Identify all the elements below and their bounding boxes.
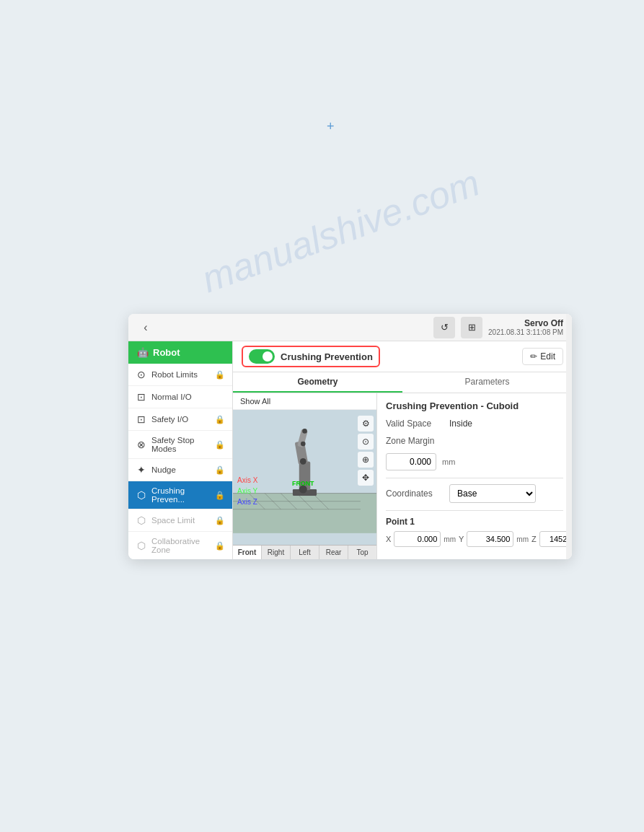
axis-z-label: Axis Z	[237, 496, 257, 507]
z-axis-label: Z	[531, 535, 537, 543]
lock-icon-collaborative-zone: 🔒	[215, 541, 225, 551]
sidebar-label-normal-io: Normal I/O	[151, 393, 225, 401]
valid-space-row: Valid Space Inside	[386, 419, 563, 429]
geometry-panel: Show All	[233, 393, 377, 559]
refresh-icon-button[interactable]: ↺	[433, 317, 455, 338]
coordinates-row: Coordinates Base	[386, 484, 563, 503]
crushing-prevention-icon: ⬡	[136, 489, 147, 501]
sidebar-item-space-limit[interactable]: ⬡ Space Limit 🔒	[128, 509, 232, 532]
edit-label: Edit	[540, 351, 555, 362]
axis-x-label: Axis X	[237, 475, 257, 486]
servo-status-box: Servo Off 2021.08.31 3:11:08 PM	[488, 318, 563, 336]
svg-point-15	[301, 442, 306, 447]
3d-viewport[interactable]: FRONT Axis X Axis Y Axis Z ⚙ ⊙ ⊕	[233, 410, 376, 545]
zoom-target-button[interactable]: ⊙	[358, 434, 374, 450]
sidebar: 🤖 Robot ⊙ Robot Limits 🔒 ⊡ Normal I/O ⊡ …	[128, 341, 233, 559]
lock-icon-safety-io: 🔒	[215, 415, 225, 424]
params-section-title: Crushing Prevention - Cuboid	[386, 400, 563, 411]
zone-margin-input[interactable]	[386, 453, 436, 470]
sidebar-item-nudge[interactable]: ✦ Nudge 🔒	[128, 459, 232, 481]
params-panel: Crushing Prevention - Cuboid Valid Space…	[377, 393, 572, 559]
x-coord-input[interactable]	[394, 531, 441, 547]
view-top-button[interactable]: Top	[348, 546, 376, 559]
x-axis-label: X	[386, 535, 391, 543]
view-front-button[interactable]: Front	[233, 546, 262, 559]
panel-body: 🤖 Robot ⊙ Robot Limits 🔒 ⊡ Normal I/O ⊡ …	[128, 341, 572, 559]
sidebar-item-safety-io[interactable]: ⊡ Safety I/O 🔒	[128, 408, 232, 431]
cp-toggle-area: Crushing Prevention	[242, 346, 380, 367]
x-unit: mm	[444, 535, 456, 543]
lock-icon-safety-stop-modes: 🔒	[215, 440, 225, 450]
top-bar: ‹ ↺ ⊞ Servo Off 2021.08.31 3:11:08 PM	[128, 314, 572, 341]
valid-space-value: Inside	[449, 419, 472, 429]
servo-status-title: Servo Off	[488, 318, 563, 328]
section-divider-1	[386, 478, 563, 478]
svg-text:FRONT: FRONT	[292, 480, 314, 487]
tab-geometry[interactable]: Geometry	[233, 372, 402, 393]
lock-icon-robot-limits: 🔒	[215, 370, 225, 380]
crushing-prevention-toggle[interactable]	[249, 349, 275, 364]
svg-point-14	[300, 458, 306, 465]
robot-icon: 🤖	[137, 347, 149, 358]
coordinates-dropdown[interactable]: Base	[449, 484, 536, 503]
sidebar-label-robot-limits: Robot Limits	[151, 370, 211, 379]
zone-margin-input-row: mm	[386, 453, 563, 470]
y-axis-label: Y	[459, 535, 464, 543]
axis-y-label: Axis Y	[237, 486, 257, 496]
grid-icon-button[interactable]: ⊞	[461, 317, 482, 338]
sidebar-robot-header: 🤖 Robot	[128, 341, 232, 364]
zoom-settings-button[interactable]: ⚙	[358, 416, 374, 432]
view-left-button[interactable]: Left	[291, 546, 319, 559]
sidebar-robot-label: Robot	[153, 347, 180, 358]
zone-margin-unit: mm	[442, 457, 455, 466]
right-panel: Crushing Prevention ✏ Edit Geometry Para…	[233, 341, 572, 559]
safety-stop-modes-icon: ⊗	[136, 439, 147, 450]
robot-limits-icon: ⊙	[136, 369, 147, 380]
nudge-icon: ✦	[136, 464, 147, 476]
tab-row: Geometry Parameters	[233, 372, 572, 393]
scroll-track[interactable]	[566, 393, 572, 559]
view-right-button[interactable]: Right	[262, 546, 291, 559]
view-rear-button[interactable]: Rear	[319, 546, 348, 559]
sidebar-item-normal-io[interactable]: ⊡ Normal I/O	[128, 386, 232, 408]
sidebar-label-safety-io: Safety I/O	[151, 415, 211, 424]
coordinates-label: Coordinates	[386, 489, 444, 499]
coords-row: X mm Y mm Z mm	[386, 531, 563, 547]
top-add-button[interactable]: +	[327, 119, 335, 134]
sidebar-item-safety-stop-modes[interactable]: ⊗ Safety Stop Modes 🔒	[128, 431, 232, 459]
sidebar-item-crushing-prevention[interactable]: ⬡ Crushing Preven... 🔒	[128, 481, 232, 509]
tab-parameters[interactable]: Parameters	[402, 372, 572, 393]
refresh-icon: ↺	[441, 322, 449, 333]
lock-icon-nudge: 🔒	[215, 465, 225, 475]
view-buttons: Front Right Left Rear Top	[233, 545, 376, 559]
crushing-prevention-title: Crushing Prevention	[281, 351, 373, 362]
cp-header: Crushing Prevention ✏ Edit	[233, 341, 572, 372]
sidebar-item-collaborative-zone[interactable]: ⬡ Collaborative Zone 🔒	[128, 532, 232, 559]
sidebar-item-robot-limits[interactable]: ⊙ Robot Limits 🔒	[128, 364, 232, 386]
top-bar-right: ↺ ⊞ Servo Off 2021.08.31 3:11:08 PM	[433, 317, 563, 338]
zoom-in-button[interactable]: ⊕	[358, 452, 374, 468]
pan-button[interactable]: ✥	[358, 470, 374, 486]
sidebar-label-crushing-prevention: Crushing Preven...	[151, 486, 211, 504]
lock-icon-space-limit: 🔒	[215, 516, 225, 525]
sidebar-label-safety-stop-modes: Safety Stop Modes	[151, 436, 211, 453]
normal-io-icon: ⊡	[136, 391, 147, 403]
lock-icon-crushing-prevention: 🔒	[215, 491, 225, 500]
y-unit: mm	[516, 535, 529, 543]
y-coord-input[interactable]	[467, 531, 513, 547]
sidebar-label-space-limit: Space Limit	[151, 516, 211, 525]
edit-button[interactable]: ✏ Edit	[522, 348, 563, 365]
back-button[interactable]: ‹	[137, 319, 154, 336]
valid-space-label: Valid Space	[386, 419, 444, 429]
content-area: Show All	[233, 393, 572, 559]
viewport-controls: ⚙ ⊙ ⊕ ✥	[358, 416, 374, 486]
sidebar-label-collaborative-zone: Collaborative Zone	[151, 537, 211, 554]
zone-margin-label: Zone Margin	[386, 436, 444, 446]
main-panel: ‹ ↺ ⊞ Servo Off 2021.08.31 3:11:08 PM 🤖 …	[128, 314, 572, 559]
point1-title: Point 1	[386, 517, 563, 527]
servo-status-datetime: 2021.08.31 3:11:08 PM	[488, 328, 563, 336]
zone-margin-row: Zone Margin	[386, 436, 563, 446]
section-divider-2	[386, 510, 563, 511]
top-bar-left: ‹	[137, 319, 154, 336]
show-all-label[interactable]: Show All	[233, 393, 376, 410]
